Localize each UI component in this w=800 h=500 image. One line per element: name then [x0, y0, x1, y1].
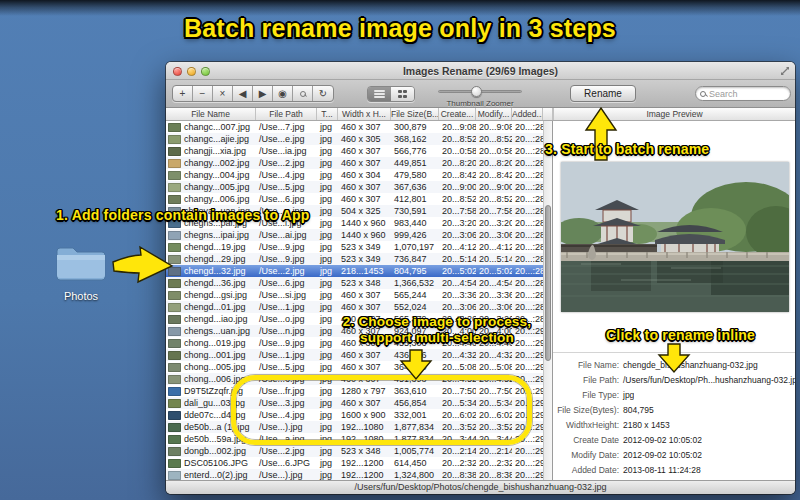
cell-size: 730,591 — [391, 205, 439, 217]
cell-path: /Use...ai.jpg — [256, 229, 317, 241]
grid-view-button[interactable] — [391, 87, 414, 101]
cell-added: 20...:28 — [512, 205, 543, 217]
table-row[interactable]: chong...005.jpg/Use...5.jpgjpg460 x 3073… — [166, 361, 543, 373]
column-header-path[interactable]: File Path — [256, 108, 317, 120]
preview-eye-button[interactable]: ◉ — [273, 86, 293, 101]
table-row[interactable]: chengd...32.jpg/Use...2.jpgjpg218...1453… — [166, 265, 543, 277]
detail-value[interactable]: jpg — [619, 388, 634, 403]
detail-value[interactable]: 2180 x 1453 — [619, 418, 670, 433]
table-row[interactable]: changji...xia.jpg/Use...ia.jpgjpg460 x 3… — [166, 145, 543, 157]
table-row[interactable]: changy...002.jpg/Use...2.jpgjpg460 x 307… — [166, 157, 543, 169]
status-bar: /Users/fun/Desktop/Photos/chengde_bishus… — [166, 480, 795, 494]
detail-value[interactable]: /Users/fun/Desktop/Ph...hushanzhuang-032… — [619, 373, 795, 388]
cell-wh: 460 x 305 — [338, 133, 391, 145]
zoomer-slider[interactable] — [438, 90, 522, 93]
detail-row: File Name:chengde_bishushanzhuang-032.jp… — [553, 358, 795, 373]
table-row[interactable]: chengd...01.jpg/Use...1.jpgjpg460 x 3075… — [166, 301, 543, 313]
table-row[interactable]: chengd...36.jpg/Use...6.jpgjpg523 x 3481… — [166, 277, 543, 289]
cell-name: changy...002.jpg — [166, 157, 256, 169]
cell-create: 20...0:58 — [439, 145, 476, 157]
cell-type: jpg — [317, 301, 338, 313]
cell-added: 20...:28 — [512, 181, 543, 193]
cell-modify: 20...5:08 — [476, 361, 512, 373]
cell-type: jpg — [317, 253, 338, 265]
cell-wh: 460 x 304 — [338, 169, 391, 181]
table-row[interactable]: changc...007.jpg/Use...7.jpgjpg460 x 307… — [166, 121, 543, 133]
column-header-wh[interactable]: Width x H... — [338, 108, 391, 120]
cell-name: changy...006.jpg — [166, 193, 256, 205]
cell-name: changc...007.jpg — [166, 121, 256, 133]
cell-create: 20...9:08 — [439, 121, 476, 133]
detail-row: File Path:/Users/fun/Desktop/Ph...hushan… — [553, 373, 795, 388]
table-row[interactable]: chengd...29.jpg/Use...9.jpgjpg523 x 3497… — [166, 253, 543, 265]
file-thumbnail — [168, 171, 181, 180]
column-header-create[interactable]: Create... — [439, 108, 476, 120]
next-button[interactable]: ▶ — [253, 86, 273, 101]
refresh-button[interactable]: ↻ — [313, 86, 333, 101]
cell-size: 1,070,197 — [391, 241, 439, 253]
rename-button[interactable]: Rename — [570, 85, 636, 102]
detail-value[interactable]: 804,795 — [619, 403, 654, 418]
minimize-window-icon[interactable] — [187, 67, 196, 76]
zoomer-slider-knob[interactable] — [471, 86, 482, 97]
table-row[interactable]: chong...001.jpg/Use...1.jpgjpg460 x 3074… — [166, 349, 543, 361]
column-header-modify[interactable]: Modify... — [476, 108, 512, 120]
detail-value[interactable]: 2013-08-11 11:24:28 — [619, 463, 701, 478]
cell-type: jpg — [317, 229, 338, 241]
zoom-window-icon[interactable] — [201, 67, 210, 76]
cell-type: jpg — [317, 445, 338, 457]
table-row[interactable]: chengd...gsi.jpg/Use...si.jpgjpg460 x 30… — [166, 289, 543, 301]
cell-create: 20...8:52 — [439, 133, 476, 145]
cell-added: 20...:28 — [512, 241, 543, 253]
table-scrollbar[interactable] — [543, 121, 552, 480]
scrollbar-header-gap — [543, 108, 553, 120]
table-row[interactable]: chengd...19.jpg/Use...9.jpgjpg523 x 3491… — [166, 241, 543, 253]
photos-folder[interactable]: Photos — [44, 243, 118, 302]
cell-added: 20...:28 — [512, 289, 543, 301]
cell-type: jpg — [317, 217, 338, 229]
cell-name: enterd...0(2).jpg — [166, 469, 256, 480]
list-view-button[interactable] — [368, 87, 391, 101]
delete-button[interactable]: × — [213, 86, 233, 101]
cell-path: /Use...5.jpg — [256, 181, 317, 193]
remove-button[interactable]: − — [193, 86, 213, 101]
search-button[interactable] — [293, 86, 313, 101]
table-row[interactable]: changy...004.jpg/Use...4.jpgjpg460 x 304… — [166, 169, 543, 181]
detail-value[interactable]: 2012-09-02 10:05:02 — [619, 448, 702, 463]
column-header-type[interactable]: T... — [317, 108, 338, 120]
table-row[interactable]: changc...ajie.jpg/Use...e.jpgjpg460 x 30… — [166, 133, 543, 145]
cell-path: /Use...9.jpg — [256, 337, 317, 349]
detail-value[interactable]: chengde_bishushanzhuang-032.jpg — [619, 358, 758, 373]
cell-path: /Use...si.jpg — [256, 289, 317, 301]
column-header-added[interactable]: Added... — [512, 108, 543, 120]
add-button[interactable]: + — [173, 86, 193, 101]
table-row[interactable]: DSC05106.JPG/Use...6.JPGjpg192...1200614… — [166, 457, 543, 469]
table-row[interactable]: enterd...0(2).jpg/Use...).jpgjpg192...12… — [166, 469, 543, 480]
arrow-folder-to-list-icon — [113, 247, 172, 282]
preview-photo — [561, 162, 789, 312]
cell-create: 20...4:32 — [439, 349, 476, 361]
previous-button[interactable]: ◀ — [233, 86, 253, 101]
search-input[interactable] — [709, 89, 786, 99]
table-row[interactable]: chegns...ipai.jpg/Use...ai.jpgjpg1440 x … — [166, 229, 543, 241]
titlebar[interactable]: Images Rename (29/69 Images) — [166, 62, 795, 80]
cell-added: 20...:28 — [512, 301, 543, 313]
search-field[interactable] — [695, 86, 791, 101]
cell-modify: 20...9:00 — [476, 181, 512, 193]
table-row[interactable]: changy...006.jpg/Use...6.jpgjpg460 x 307… — [166, 193, 543, 205]
cell-path: /Use...2.jpg — [256, 445, 317, 457]
table-row[interactable]: changy...005.jpg/Use...5.jpgjpg460 x 307… — [166, 181, 543, 193]
cell-size: 1,005,774 — [391, 445, 439, 457]
close-window-icon[interactable] — [173, 67, 182, 76]
detail-value[interactable]: 2012-09-02 10:05:02 — [619, 433, 702, 448]
table-row[interactable]: dongb...002.jpg/Use...2.jpgjpg523 x 3481… — [166, 445, 543, 457]
column-header-name[interactable]: File Name — [166, 108, 256, 120]
cell-added: 20...:28 — [512, 277, 543, 289]
cell-type: jpg — [317, 193, 338, 205]
column-header-size[interactable]: File Size(B... — [391, 108, 439, 120]
multi-selection-highlight-box — [231, 375, 532, 445]
fullscreen-icon[interactable] — [780, 66, 790, 76]
cell-modify: 20...4:12 — [476, 241, 512, 253]
cell-path: /Use...1.jpg — [256, 349, 317, 361]
cell-modify: 20...7:58 — [476, 205, 512, 217]
